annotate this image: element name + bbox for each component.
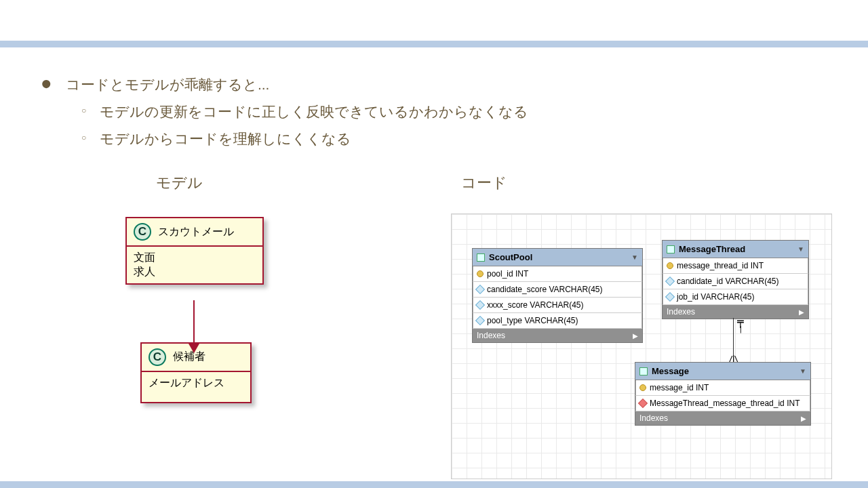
column: MessageThread_message_thread_id INT [650,399,800,408]
class-icon: C [134,223,151,241]
indexes-label: Indexes [477,331,505,340]
column: candidate_id VARCHAR(45) [677,277,779,286]
uml-class-scoutmail: C スカウトメール 文面 求人 [125,217,264,285]
label-model: モデル [156,173,203,193]
table-name: ScoutPool [489,252,532,262]
uml-field: 文面 [134,251,256,265]
table-name: Message [652,366,689,376]
class-icon: C [149,348,166,366]
chevron-down-icon: ▼ [797,245,804,253]
column-icon [475,316,485,325]
bullet-sub1: モデルの更新をコードに正しく反映できているかわからなくなる [100,98,528,125]
key-icon [667,262,673,269]
column: candidate_score VARCHAR(45) [487,285,603,294]
bullet-list: ●コードとモデルが乖離すると... ○モデルの更新をコードに正しく反映できている… [0,54,868,152]
slide-content: ●コードとモデルが乖離すると... ○モデルの更新をコードに正しく反映できている… [0,54,868,152]
db-schema-canvas: ScoutPool▼ pool_id INT candidate_score V… [451,214,832,479]
indexes-label: Indexes [639,413,668,423]
key-icon [639,384,646,391]
uml-field: 求人 [134,265,256,279]
chevron-right-icon: ▶ [799,308,804,316]
bullet-main: コードとモデルが乖離すると... [66,71,270,98]
column: message_id INT [650,383,709,392]
table-name: MessageThread [679,244,745,254]
table-icon [477,253,485,262]
table-icon [639,367,648,375]
bullet-sub2: モデルからコードを理解しにくくなる [100,125,351,152]
column: pool_type VARCHAR(45) [487,316,578,325]
column: pool_id INT [487,269,528,279]
column: xxxx_score VARCHAR(45) [487,300,583,310]
divider-top [0,41,868,47]
bullet-circle: ○ [81,125,86,152]
uml-association-arrow [193,300,195,352]
key-icon [477,270,484,277]
column-icon [475,285,485,294]
uml-field: メールアドレス [149,376,243,390]
table-messagethread: MessageThread▼ message_thread_id INT can… [662,240,809,319]
table-icon [667,245,675,253]
uml-diagram: C スカウトメール 文面 求人 C 候補者 メールアドレス [125,217,264,403]
column-icon [475,300,485,310]
table-message: Message▼ message_id INT MessageThread_me… [635,362,811,426]
chevron-down-icon: ▼ [800,367,806,375]
column: job_id VARCHAR(45) [677,292,755,302]
cardinality-bar: | [738,325,743,333]
indexes-label: Indexes [667,307,695,317]
relation-line: ╤ | /|\ [733,318,734,363]
uml-title-scout: スカウトメール [158,225,234,239]
column: message_thread_id INT [677,261,764,270]
chevron-down-icon: ▼ [631,253,638,261]
bullet-dot: ● [41,71,52,98]
fk-icon [638,399,648,408]
chevron-right-icon: ▶ [633,332,638,340]
chevron-right-icon: ▶ [801,415,806,422]
divider-bottom [0,481,868,488]
bullet-circle: ○ [81,98,86,125]
column-icon [665,292,675,302]
label-code: コード [461,173,507,193]
table-scoutpool: ScoutPool▼ pool_id INT candidate_score V… [472,248,643,343]
column-icon [665,277,675,286]
